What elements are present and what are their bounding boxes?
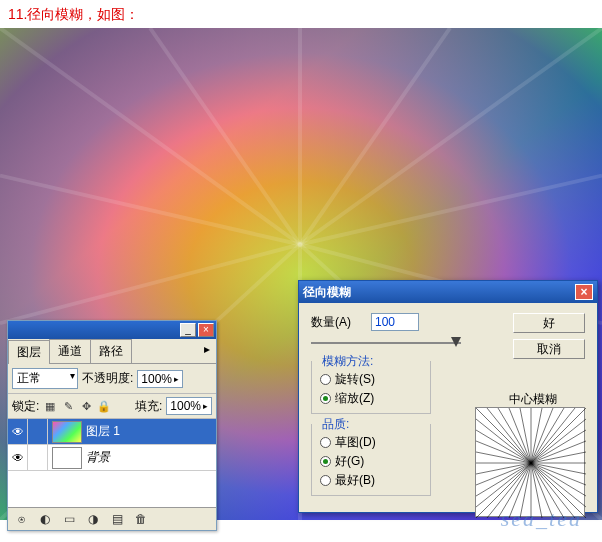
blur-preview[interactable]: [475, 407, 585, 517]
layers-panel: _ × 图层 通道 路径 ▸ 正常 不透明度: 100%▸ 锁定: ▦ ✎ ✥ …: [7, 320, 217, 531]
visibility-icon[interactable]: 👁: [8, 445, 28, 470]
svg-line-33: [476, 430, 531, 463]
svg-line-27: [520, 463, 531, 518]
svg-line-32: [476, 452, 531, 463]
layer-thumbnail[interactable]: [52, 421, 82, 443]
radio-draft[interactable]: 草图(D): [320, 434, 422, 451]
adjustment-icon[interactable]: ◑: [82, 510, 104, 528]
svg-line-18: [531, 408, 564, 463]
layer-row[interactable]: 👁 图层 1: [8, 419, 216, 445]
radio-zoom[interactable]: 缩放(Z): [320, 390, 422, 407]
opacity-label: 不透明度:: [82, 370, 133, 387]
tab-layers[interactable]: 图层: [8, 340, 50, 364]
dialog-title: 径向模糊: [303, 284, 351, 301]
tab-paths[interactable]: 路径: [90, 339, 132, 363]
svg-line-16: [520, 408, 531, 463]
svg-line-43: [531, 463, 586, 507]
folder-icon[interactable]: ▭: [58, 510, 80, 528]
svg-line-34: [487, 408, 531, 463]
layer-name: 图层 1: [86, 423, 120, 440]
blend-mode-select[interactable]: 正常: [12, 368, 78, 389]
layers-tabs: 图层 通道 路径 ▸: [8, 339, 216, 364]
fx-icon[interactable]: ⍟: [10, 510, 32, 528]
amount-input[interactable]: [371, 313, 419, 331]
svg-line-49: [476, 463, 531, 507]
svg-line-35: [509, 408, 531, 463]
cancel-button[interactable]: 取消: [513, 339, 585, 359]
svg-line-26: [531, 463, 542, 518]
layers-panel-titlebar[interactable]: _ ×: [8, 321, 216, 339]
svg-line-29: [476, 463, 531, 518]
svg-line-28: [498, 463, 531, 518]
svg-line-17: [531, 408, 542, 463]
svg-line-37: [531, 408, 553, 463]
layers-footer: ⍟ ◐ ▭ ◑ ▤ 🗑: [8, 507, 216, 530]
link-cell[interactable]: [28, 445, 48, 470]
link-cell[interactable]: [28, 419, 48, 444]
minimize-button[interactable]: _: [180, 323, 196, 337]
visibility-icon[interactable]: 👁: [8, 419, 28, 444]
svg-line-48: [487, 463, 531, 518]
layer-list: 👁 图层 1 👁 背景: [8, 419, 216, 507]
trash-icon[interactable]: 🗑: [130, 510, 152, 528]
svg-line-25: [531, 463, 564, 518]
opacity-field[interactable]: 100%▸: [137, 370, 183, 388]
fill-label: 填充:: [135, 398, 162, 415]
svg-line-42: [531, 463, 586, 485]
svg-line-44: [531, 463, 575, 518]
amount-slider[interactable]: [311, 335, 461, 351]
lock-brush-icon[interactable]: ✎: [61, 399, 75, 413]
svg-line-20: [531, 430, 586, 463]
svg-line-24: [531, 463, 586, 518]
svg-line-47: [509, 463, 531, 518]
lock-label: 锁定:: [12, 398, 39, 415]
dialog-titlebar[interactable]: 径向模糊 ×: [299, 281, 597, 303]
svg-line-38: [531, 408, 575, 463]
svg-line-50: [476, 463, 531, 485]
close-button[interactable]: ×: [198, 323, 214, 337]
fill-field[interactable]: 100%▸: [166, 397, 212, 415]
method-legend: 模糊方法:: [318, 353, 377, 370]
layer-name: 背景: [86, 449, 110, 466]
layer-row[interactable]: 👁 背景: [8, 445, 216, 471]
tab-channels[interactable]: 通道: [49, 339, 91, 363]
ok-button[interactable]: 好: [513, 313, 585, 333]
close-icon[interactable]: ×: [575, 284, 593, 300]
lock-transparency-icon[interactable]: ▦: [43, 399, 57, 413]
svg-line-31: [476, 463, 531, 474]
lock-all-icon[interactable]: 🔒: [97, 399, 111, 413]
svg-line-39: [531, 419, 586, 463]
radio-best[interactable]: 最好(B): [320, 472, 422, 489]
preview-label: 中心模糊: [509, 391, 557, 408]
quality-legend: 品质:: [318, 416, 353, 433]
new-layer-icon[interactable]: ▤: [106, 510, 128, 528]
svg-line-30: [476, 463, 531, 496]
svg-line-19: [531, 408, 586, 463]
amount-label: 数量(A): [311, 314, 371, 331]
svg-line-52: [476, 441, 531, 463]
radial-blur-dialog: 径向模糊 × 好 取消 数量(A) 模糊方法: 旋转(S) 缩放(Z) 中心模糊: [298, 280, 598, 513]
mask-icon[interactable]: ◐: [34, 510, 56, 528]
svg-line-23: [531, 463, 586, 496]
lock-move-icon[interactable]: ✥: [79, 399, 93, 413]
svg-line-53: [476, 419, 531, 463]
layer-thumbnail[interactable]: [52, 447, 82, 469]
svg-line-21: [531, 452, 586, 463]
radio-good[interactable]: 好(G): [320, 453, 422, 470]
svg-line-40: [531, 441, 586, 463]
step-caption: 11.径向模糊，如图：: [0, 0, 602, 30]
panel-menu-icon[interactable]: ▸: [198, 339, 216, 363]
svg-line-22: [531, 463, 586, 474]
radio-rotate[interactable]: 旋转(S): [320, 371, 422, 388]
svg-line-15: [498, 408, 531, 463]
svg-line-14: [476, 408, 531, 463]
svg-line-45: [531, 463, 553, 518]
